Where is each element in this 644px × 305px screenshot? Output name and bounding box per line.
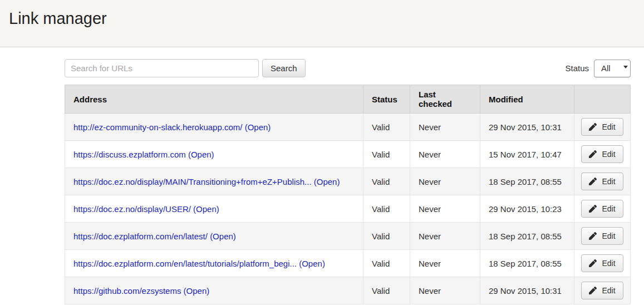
address-link[interactable]: https://doc.ezplatform.com/en/latest/ [73, 232, 208, 241]
edit-cell: Edit [574, 141, 631, 168]
modified-cell: 18 Sep 2017, 08:55 [480, 250, 574, 277]
address-cell: https://discuss.ezplatform.com (Open) [65, 141, 363, 168]
table-body: http://ez-community-on-slack.herokuapp.c… [65, 114, 631, 304]
open-link[interactable]: (Open) [299, 259, 325, 268]
status-select[interactable]: All [594, 60, 631, 77]
toolbar: Search Status All [65, 59, 631, 77]
address-link[interactable]: https://discuss.ezplatform.com [73, 150, 186, 159]
open-link[interactable]: (Open) [314, 177, 340, 186]
column-header-last-checked: Last checked [410, 85, 480, 114]
table-head: Address Status Last checked Modified [65, 85, 631, 114]
modified-cell: 29 Nov 2015, 10:31 [480, 114, 574, 141]
search-button[interactable]: Search [262, 59, 306, 77]
edit-cell: Edit [574, 168, 631, 195]
edit-button[interactable]: Edit [581, 145, 623, 163]
edit-button[interactable]: Edit [581, 254, 623, 272]
last-checked-cell: Never [410, 141, 480, 168]
pencil-icon [589, 259, 597, 267]
table-row: https://doc.ezplatform.com/en/latest/ (O… [65, 223, 631, 250]
edit-button-label: Edit [602, 232, 615, 240]
edit-button[interactable]: Edit [581, 282, 623, 299]
edit-button[interactable]: Edit [581, 118, 623, 136]
address-cell: https://doc.ez.no/display/USER/ (Open) [65, 195, 363, 223]
pencil-icon [589, 150, 597, 158]
status-cell: Valid [363, 114, 410, 141]
table-row: http://ez-community-on-slack.herokuapp.c… [65, 114, 631, 141]
pencil-icon [589, 205, 597, 213]
table-row: https://github.com/ezsystems (Open) Vali… [65, 277, 631, 304]
address-cell: http://ez-community-on-slack.herokuapp.c… [65, 114, 363, 141]
status-cell: Valid [363, 168, 410, 195]
page-title: Link manager [9, 8, 635, 29]
address-cell: https://doc.ezplatform.com/en/latest/ (O… [65, 223, 363, 250]
last-checked-cell: Never [410, 114, 480, 141]
edit-button-label: Edit [602, 286, 615, 295]
open-link[interactable]: (Open) [184, 286, 210, 296]
address-link[interactable]: http://ez-community-on-slack.herokuapp.c… [73, 122, 242, 132]
last-checked-cell: Never [410, 250, 480, 277]
status-filter-label: Status [565, 63, 589, 73]
status-cell: Valid [363, 250, 410, 277]
edit-cell: Edit [574, 114, 631, 141]
address-cell: https://doc.ezplatform.com/en/latest/tut… [65, 250, 363, 277]
pencil-icon [589, 178, 597, 185]
address-link[interactable]: https://doc.ez.no/display/USER/ [73, 204, 191, 214]
links-table: Address Status Last checked Modified htt… [65, 85, 631, 304]
status-cell: Valid [363, 195, 410, 223]
table-row: https://doc.ez.no/display/MAIN/Transitio… [65, 168, 631, 195]
last-checked-cell: Never [410, 277, 480, 304]
modified-cell: 18 Sep 2017, 08:55 [480, 168, 574, 195]
pencil-icon [589, 232, 597, 240]
pencil-icon [589, 123, 597, 131]
edit-cell: Edit [574, 195, 631, 223]
table-row: https://doc.ezplatform.com/en/latest/tut… [65, 250, 631, 277]
address-cell: https://doc.ez.no/display/MAIN/Transitio… [65, 168, 363, 195]
edit-button-label: Edit [602, 204, 615, 213]
modified-cell: 18 Sep 2017, 08:55 [480, 223, 574, 250]
column-header-status: Status [363, 85, 410, 114]
main-content: Search Status All Address Status Last ch… [65, 59, 631, 304]
column-header-address: Address [65, 85, 363, 114]
edit-button-label: Edit [602, 150, 615, 159]
pencil-icon [589, 287, 597, 294]
edit-button-label: Edit [602, 122, 615, 131]
header-row: Address Status Last checked Modified [65, 85, 631, 114]
open-link[interactable]: (Open) [188, 150, 214, 159]
status-cell: Valid [363, 223, 410, 250]
edit-button[interactable]: Edit [581, 173, 623, 190]
modified-cell: 15 Nov 2017, 10:47 [480, 141, 574, 168]
search-input[interactable] [65, 59, 259, 77]
edit-button-label: Edit [602, 259, 615, 268]
edit-button[interactable]: Edit [581, 227, 623, 245]
column-header-actions [574, 85, 631, 114]
address-link[interactable]: https://github.com/ezsystems [73, 286, 181, 296]
table-row: https://discuss.ezplatform.com (Open) Va… [65, 141, 631, 168]
edit-cell: Edit [574, 277, 631, 304]
edit-cell: Edit [574, 250, 631, 277]
last-checked-cell: Never [410, 168, 480, 195]
modified-cell: 29 Nov 2015, 10:31 [480, 277, 574, 304]
status-select-value: All [601, 63, 611, 73]
edit-button[interactable]: Edit [581, 200, 623, 218]
open-link[interactable]: (Open) [245, 122, 271, 132]
last-checked-cell: Never [410, 195, 480, 223]
modified-cell: 29 Nov 2015, 10:23 [480, 195, 574, 223]
address-cell: https://github.com/ezsystems (Open) [65, 277, 363, 304]
chevron-down-icon [623, 66, 628, 68]
status-cell: Valid [363, 141, 410, 168]
status-cell: Valid [363, 277, 410, 304]
open-link[interactable]: (Open) [193, 204, 219, 214]
open-link[interactable]: (Open) [210, 232, 236, 241]
address-link[interactable]: https://doc.ez.no/display/MAIN/Transitio… [73, 177, 312, 186]
column-header-modified: Modified [480, 85, 574, 114]
last-checked-cell: Never [410, 223, 480, 250]
page-header: Link manager [0, 0, 644, 47]
edit-cell: Edit [574, 223, 631, 250]
address-link[interactable]: https://doc.ezplatform.com/en/latest/tut… [73, 259, 297, 268]
table-row: https://doc.ez.no/display/USER/ (Open) V… [65, 195, 631, 223]
edit-button-label: Edit [602, 177, 615, 186]
